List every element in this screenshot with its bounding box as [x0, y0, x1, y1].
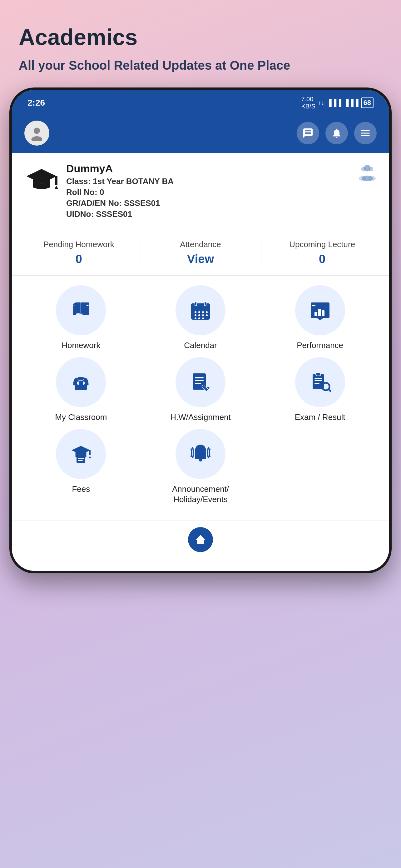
- homework-label: Homework: [62, 340, 100, 351]
- grid-item-exam-result[interactable]: Exam / Result: [289, 357, 352, 423]
- signal-icon: ▐▐▐: [327, 99, 341, 107]
- student-name: DummyA: [66, 162, 350, 175]
- exam-result-label: Exam / Result: [295, 412, 345, 423]
- exam-result-icon-circle: [295, 357, 345, 407]
- svg-rect-56: [89, 450, 91, 455]
- svg-rect-60: [195, 458, 206, 459]
- svg-point-29: [202, 317, 204, 319]
- grid-row-2: My Classroom: [21, 357, 380, 423]
- battery-icon: 68: [361, 97, 373, 108]
- svg-point-6: [361, 167, 366, 172]
- calendar-label: Calendar: [184, 340, 217, 351]
- svg-line-51: [328, 389, 330, 391]
- notification-button[interactable]: [326, 122, 348, 144]
- svg-point-9: [359, 176, 366, 181]
- attendance-label: Attendance: [140, 240, 261, 249]
- svg-point-20: [198, 311, 200, 313]
- grid-item-announcement[interactable]: Announcement/Holiday/Events: [169, 429, 232, 505]
- fees-icon-circle: [56, 429, 106, 479]
- svg-rect-49: [314, 383, 320, 384]
- svg-point-21: [202, 311, 204, 313]
- chat-button[interactable]: [297, 122, 319, 144]
- svg-point-19: [195, 311, 196, 313]
- svg-point-28: [198, 317, 200, 319]
- grid-item-my-classroom[interactable]: My Classroom: [49, 357, 112, 423]
- svg-rect-18: [204, 302, 206, 306]
- my-classroom-label: My Classroom: [55, 412, 107, 423]
- performance-label: Performance: [297, 340, 343, 351]
- announcement-icon-circle: [175, 429, 226, 479]
- grid-item-calendar[interactable]: Calendar: [169, 285, 232, 351]
- status-bar: 2:26 7.00KB/S ↑↓ ▐▐▐ ▐▐▐ 68: [12, 90, 389, 114]
- svg-point-7: [369, 167, 373, 172]
- grid-item-performance[interactable]: Performance: [289, 285, 352, 351]
- graduation-icon: [24, 162, 59, 197]
- signal-icon-2: ▐▐▐: [344, 99, 359, 107]
- avatar: [24, 121, 49, 146]
- svg-point-26: [206, 314, 208, 316]
- status-icons: 7.00KB/S ↑↓ ▐▐▐ ▐▐▐ 68: [301, 96, 373, 110]
- svg-marker-4: [54, 186, 58, 189]
- svg-point-22: [206, 311, 208, 313]
- student-class: Class: 1st Year BOTANY BA: [66, 177, 350, 186]
- homework-icon-circle: [56, 285, 106, 335]
- svg-point-10: [368, 176, 376, 181]
- performance-icon-circle: [295, 285, 345, 335]
- svg-point-24: [198, 314, 200, 316]
- network-speed: 7.00KB/S: [301, 96, 315, 110]
- svg-rect-3: [55, 176, 58, 185]
- upcoming-lecture-label: Upcoming Lecture: [261, 240, 383, 249]
- svg-rect-54: [78, 458, 84, 459]
- svg-rect-53: [76, 457, 85, 463]
- header-icons: [297, 122, 377, 144]
- svg-rect-32: [318, 309, 321, 316]
- page-subtitle: All your School Related Updates at One P…: [19, 57, 382, 73]
- background-text-area: Academics All your School Related Update…: [0, 0, 401, 86]
- announcement-label: Announcement/Holiday/Events: [172, 484, 229, 505]
- app-header: [12, 114, 389, 153]
- phone-screen: 2:26 7.00KB/S ↑↓ ▐▐▐ ▐▐▐ 68: [12, 90, 389, 571]
- menu-button[interactable]: [354, 122, 377, 144]
- hw-assignment-icon-circle: [175, 357, 226, 407]
- upcoming-lecture-value: 0: [261, 252, 383, 266]
- phone-container: 2:26 7.00KB/S ↑↓ ▐▐▐ ▐▐▐ 68: [9, 88, 392, 574]
- attendance-value: View: [140, 252, 261, 266]
- home-tab-button[interactable]: [188, 527, 213, 552]
- stat-upcoming-lecture: Upcoming Lecture 0: [261, 240, 383, 266]
- page-title: Academics: [19, 25, 382, 50]
- student-roll: Roll No: 0: [66, 187, 350, 197]
- svg-rect-33: [322, 310, 325, 316]
- svg-rect-36: [78, 376, 84, 380]
- svg-rect-17: [195, 302, 197, 306]
- pending-homework-label: Pending Homework: [18, 240, 140, 249]
- svg-point-0: [34, 128, 40, 134]
- pending-homework-value: 0: [18, 252, 140, 266]
- data-icon: ↑↓: [318, 99, 324, 106]
- grid-item-fees[interactable]: Fees: [49, 429, 112, 505]
- calendar-icon-circle: [175, 285, 226, 335]
- svg-rect-15: [191, 306, 210, 309]
- status-time: 2:26: [28, 98, 45, 108]
- grid-row-1: Homework: [21, 285, 380, 351]
- student-grad: GR/AD/EN No: SSSES01: [66, 198, 350, 208]
- grid-item-homework[interactable]: Homework: [49, 285, 112, 351]
- stat-attendance[interactable]: Attendance View: [140, 240, 261, 266]
- svg-rect-46: [316, 373, 321, 376]
- svg-rect-31: [314, 312, 317, 316]
- svg-point-25: [202, 314, 204, 316]
- fees-label: Fees: [72, 484, 90, 495]
- svg-rect-47: [314, 378, 322, 379]
- student-avatar-icon: [358, 162, 377, 185]
- svg-rect-40: [195, 377, 204, 378]
- svg-marker-34: [317, 318, 323, 320]
- my-classroom-icon-circle: [56, 357, 106, 407]
- grid-item-hw-assignment[interactable]: H.W/Assignment: [169, 357, 232, 423]
- svg-rect-55: [78, 460, 83, 461]
- stat-pending-homework: Pending Homework 0: [18, 240, 140, 266]
- svg-marker-2: [27, 169, 57, 184]
- svg-rect-42: [195, 383, 201, 384]
- bottom-bar: [12, 521, 389, 571]
- grid-row-3: Fees: [21, 429, 380, 505]
- svg-rect-48: [314, 380, 322, 381]
- svg-point-23: [195, 314, 196, 316]
